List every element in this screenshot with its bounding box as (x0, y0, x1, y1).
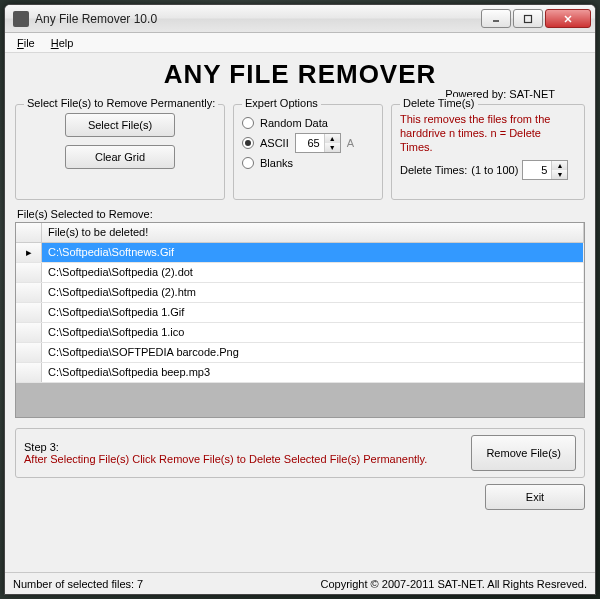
table-row[interactable]: C:\Softpedia\Softpedia (2).dot (16, 263, 584, 283)
status-file-count: Number of selected files: 7 (13, 578, 143, 590)
spin-down-icon[interactable]: ▼ (325, 143, 340, 152)
step3-group: Step 3: After Selecting File(s) Click Re… (15, 428, 585, 478)
row-selector-icon[interactable] (16, 323, 42, 342)
svg-rect-1 (525, 15, 532, 22)
close-button[interactable] (545, 9, 591, 28)
row-selector-icon[interactable]: ▸ (16, 243, 42, 262)
random-data-option[interactable]: Random Data (242, 117, 374, 129)
select-files-group: Select File(s) to Remove Permanently: Se… (15, 104, 225, 200)
random-data-label: Random Data (260, 117, 328, 129)
menu-help[interactable]: Help (45, 35, 80, 51)
app-window: Any File Remover 10.0 File Help ANY FILE… (4, 4, 596, 595)
row-selector-icon[interactable] (16, 263, 42, 282)
app-icon (13, 11, 29, 27)
ascii-value-input[interactable] (296, 134, 324, 152)
menu-file[interactable]: File (11, 35, 41, 51)
table-row[interactable]: C:\Softpedia\Softpedia 1.ico (16, 323, 584, 343)
delete-times-label: Delete Times: (400, 164, 467, 176)
ascii-spinner[interactable]: ▲▼ (295, 133, 341, 153)
exit-button[interactable]: Exit (485, 484, 585, 510)
file-path-cell: C:\Softpedia\Softpedia beep.mp3 (42, 363, 584, 382)
grid-label: File(s) Selected to Remove: (17, 208, 585, 220)
statusbar: Number of selected files: 7 Copyright © … (5, 572, 595, 594)
delete-times-legend: Delete Time(s) (400, 97, 478, 109)
file-path-cell: C:\Softpedia\Softpedia 1.ico (42, 323, 584, 342)
delete-times-spinner[interactable]: ▲▼ (522, 160, 568, 180)
grid-rowhead-header (16, 223, 42, 242)
table-row[interactable]: C:\Softpedia\SOFTPEDIA barcode.Png (16, 343, 584, 363)
window-title: Any File Remover 10.0 (35, 12, 479, 26)
row-selector-icon[interactable] (16, 303, 42, 322)
spin-up-icon[interactable]: ▲ (325, 134, 340, 143)
blanks-label: Blanks (260, 157, 293, 169)
table-row[interactable]: C:\Softpedia\Softpedia beep.mp3 (16, 363, 584, 383)
row-selector-icon[interactable] (16, 343, 42, 362)
file-path-cell: C:\Softpedia\Softnews.Gif (42, 243, 584, 262)
clear-grid-button[interactable]: Clear Grid (65, 145, 175, 169)
ascii-option[interactable]: ASCII ▲▼ A (242, 133, 374, 153)
file-path-cell: C:\Softpedia\Softpedia (2).dot (42, 263, 584, 282)
radio-icon (242, 117, 254, 129)
row-selector-icon[interactable] (16, 283, 42, 302)
expert-options-group: Expert Options Random Data ASCII ▲▼ A (233, 104, 383, 200)
blanks-option[interactable]: Blanks (242, 157, 374, 169)
row-selector-icon[interactable] (16, 363, 42, 382)
status-copyright: Copyright © 2007-2011 SAT-NET. All Right… (320, 578, 587, 590)
spin-up-icon[interactable]: ▲ (552, 161, 567, 170)
radio-icon (242, 137, 254, 149)
minimize-button[interactable] (481, 9, 511, 28)
grid-col-header[interactable]: File(s) to be deleted! (42, 223, 584, 242)
delete-times-range: (1 to 100) (471, 164, 518, 176)
maximize-button[interactable] (513, 9, 543, 28)
titlebar[interactable]: Any File Remover 10.0 (5, 5, 595, 33)
file-grid: File(s) to be deleted! ▸C:\Softpedia\Sof… (15, 222, 585, 418)
spin-down-icon[interactable]: ▼ (552, 170, 567, 179)
delete-times-group: Delete Time(s) This removes the files fr… (391, 104, 585, 200)
select-files-button[interactable]: Select File(s) (65, 113, 175, 137)
delete-times-desc: This removes the files from the harddriv… (400, 113, 576, 154)
file-path-cell: C:\Softpedia\Softpedia (2).htm (42, 283, 584, 302)
step3-message: After Selecting File(s) Click Remove Fil… (24, 453, 461, 465)
file-path-cell: C:\Softpedia\SOFTPEDIA barcode.Png (42, 343, 584, 362)
delete-times-input[interactable] (523, 161, 551, 179)
remove-files-button[interactable]: Remove File(s) (471, 435, 576, 471)
table-row[interactable]: C:\Softpedia\Softpedia 1.Gif (16, 303, 584, 323)
app-title: ANY FILE REMOVER (15, 59, 585, 90)
expert-options-legend: Expert Options (242, 97, 321, 109)
grid-empty-area (16, 383, 584, 417)
step3-title: Step 3: (24, 441, 461, 453)
table-row[interactable]: ▸C:\Softpedia\Softnews.Gif (16, 243, 584, 263)
table-row[interactable]: C:\Softpedia\Softpedia (2).htm (16, 283, 584, 303)
grid-body[interactable]: ▸C:\Softpedia\Softnews.GifC:\Softpedia\S… (16, 243, 584, 417)
radio-icon (242, 157, 254, 169)
select-files-legend: Select File(s) to Remove Permanently: (24, 97, 218, 109)
ascii-label: ASCII (260, 137, 289, 149)
menubar: File Help (5, 33, 595, 53)
file-path-cell: C:\Softpedia\Softpedia 1.Gif (42, 303, 584, 322)
ascii-suffix: A (347, 137, 354, 149)
